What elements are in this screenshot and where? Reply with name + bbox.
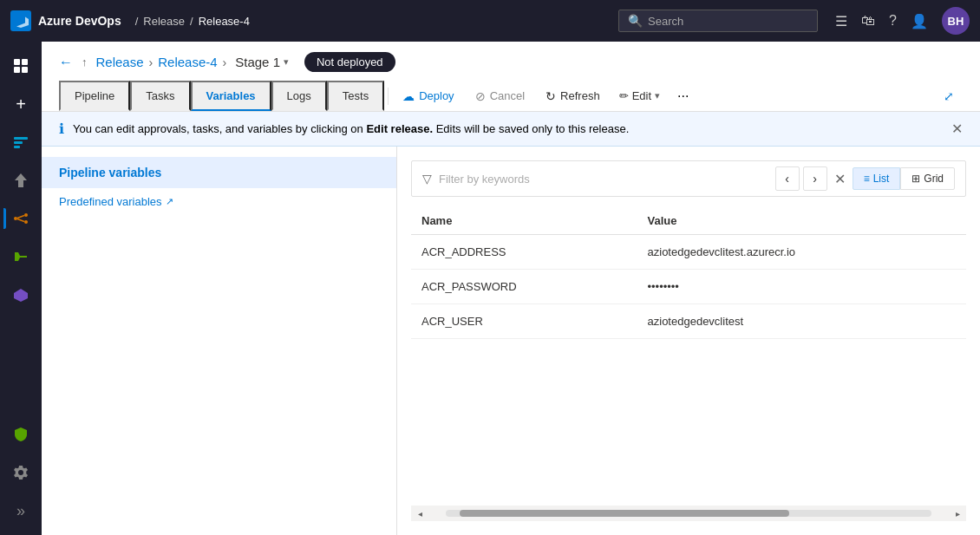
sidebar-item-pipelines[interactable] [3,201,38,236]
table-row[interactable]: ACR_ADDRESS aziotedgedevclitest.azurecr.… [411,235,966,270]
left-panel: Pipeline variables Predefined variables … [42,147,397,535]
filter-input[interactable] [439,173,768,186]
app-title: Azure DevOps [38,14,121,28]
bc-chevron1: › [149,55,154,69]
svg-point-7 [14,217,17,220]
scroll-thumb[interactable] [460,510,789,517]
sidebar-item-boards[interactable] [3,125,38,160]
logo-icon [10,10,31,31]
info-text: You can edit approvals, tasks, and varia… [73,122,629,135]
banner-close-button[interactable]: ✕ [951,121,963,137]
breadcrumb-release4[interactable]: Release-4 [199,15,250,28]
bag-icon[interactable]: 🛍 [861,13,875,29]
svg-rect-1 [22,59,28,65]
page-title-row: ← ↑ Release › Release-4 › Stage 1 ▾ Not … [59,52,963,72]
azure-devops-logo[interactable]: Azure DevOps [10,10,121,31]
right-panel: ▽ ‹ › ✕ ≡ List ⊞ Grid [397,147,980,535]
svg-point-8 [24,213,28,217]
sidebar-item-settings[interactable] [3,455,38,490]
var-name: ACR_ADDRESS [411,235,637,270]
search-icon: 🔍 [628,14,643,28]
tab-separator [388,88,389,105]
svg-rect-3 [22,67,28,73]
breadcrumb-release4-link[interactable]: Release-4 [158,55,217,69]
more-options-button[interactable]: ··· [669,83,697,109]
var-value: aziotedgedevclitest [637,304,966,339]
menu-icon[interactable]: ☰ [835,13,847,29]
search-bar[interactable]: 🔍 [618,10,818,32]
bc-chevron2: › [223,55,227,69]
svg-line-11 [17,219,24,222]
tab-tasks[interactable]: Tasks [130,81,190,111]
predefined-variables-link[interactable]: Predefined variables ↗ [42,188,396,215]
variables-table: Name Value ACR_ADDRESS aziotedgedevclite… [411,207,966,506]
horizontal-scrollbar[interactable]: ◂ ▸ [411,506,966,521]
table-row[interactable]: ACR_PASSWORD •••••••• [411,270,966,304]
edit-button[interactable]: ✏ Edit ▾ [611,84,669,108]
user-avatar[interactable]: BH [942,7,970,35]
search-input[interactable] [648,15,808,28]
filter-next-button[interactable]: › [803,166,827,191]
sidebar-item-testplans[interactable] [3,239,38,274]
cancel-icon: ⊘ [475,89,486,103]
table-row[interactable]: ACR_USER aziotedgedevclitest [411,304,966,339]
filter-navigation: ‹ › [775,166,827,191]
main-layout: + » ← ↑ Rel [0,42,980,535]
filter-bar: ▽ ‹ › ✕ ≡ List ⊞ Grid [411,160,966,197]
page-header: ← ↑ Release › Release-4 › Stage 1 ▾ Not … [42,42,980,112]
name-column-header: Name [411,207,637,235]
info-icon: ℹ [59,121,64,137]
breadcrumb-sep2: / [190,15,193,28]
sidebar-item-artifacts[interactable] [3,277,38,312]
filter-prev-button[interactable]: ‹ [775,166,800,191]
user-settings-icon[interactable]: 👤 [911,13,928,29]
var-name: ACR_USER [411,304,637,339]
sidebar-item-overview[interactable] [3,49,38,83]
svg-rect-4 [14,137,28,140]
edit-chevron-icon: ▾ [655,90,660,101]
scroll-left-button[interactable]: ◂ [411,506,428,521]
list-view-button[interactable]: ≡ List [853,167,901,190]
edit-icon: ✏ [619,89,629,102]
sidebar-item-security[interactable] [3,417,38,452]
refresh-icon: ↻ [546,89,556,103]
deploy-button[interactable]: ☁ Deploy [392,84,464,108]
content-area: ← ↑ Release › Release-4 › Stage 1 ▾ Not … [42,42,980,535]
stage-chevron-icon: ▾ [284,56,289,68]
scroll-right-button[interactable]: ▸ [949,506,966,521]
svg-rect-2 [14,67,20,73]
stage-selector[interactable]: Stage 1 ▾ [235,55,289,69]
top-navigation: Azure DevOps / Release / Release-4 🔍 ☰ 🛍… [0,0,980,42]
content-body: Pipeline variables Predefined variables … [42,147,980,535]
help-icon[interactable]: ? [889,13,897,29]
status-badge: Not deployed [304,52,395,72]
list-icon: ≡ [864,173,870,185]
breadcrumb-release-link[interactable]: Release [96,55,144,69]
svg-marker-12 [14,289,28,302]
scroll-track[interactable] [446,510,931,517]
filter-clear-button[interactable]: ✕ [834,171,846,187]
refresh-button[interactable]: ↻ Refresh [535,84,611,108]
var-value: aziotedgedevclitest.azurecr.io [637,235,966,270]
var-name: ACR_PASSWORD [411,270,637,304]
tab-logs[interactable]: Logs [271,81,327,111]
external-link-icon: ↗ [166,196,173,207]
sidebar-item-repos[interactable] [3,163,38,198]
pipeline-variables-item[interactable]: Pipeline variables [42,157,396,188]
tab-pipeline[interactable]: Pipeline [59,81,130,111]
grid-icon: ⊞ [911,173,920,185]
tab-bar: Pipeline Tasks Variables Logs Tests ☁ D [59,81,963,111]
svg-rect-6 [14,146,20,148]
grid-view-button[interactable]: ⊞ Grid [900,167,955,190]
expand-button[interactable]: ⤢ [935,84,963,108]
cancel-button[interactable]: ⊘ Cancel [465,84,535,108]
tab-variables[interactable]: Variables [191,81,271,111]
page-back-icon[interactable]: ← [59,55,73,70]
tab-tests[interactable]: Tests [327,81,384,111]
breadcrumb-release[interactable]: Release [143,15,185,28]
sidebar-item-expand[interactable]: » [3,493,38,528]
page-breadcrumb: ← ↑ Release › Release-4 › Stage 1 ▾ Not … [59,52,395,72]
svg-point-9 [24,220,28,224]
value-column-header: Value [637,207,966,235]
sidebar-item-add[interactable]: + [3,87,38,121]
